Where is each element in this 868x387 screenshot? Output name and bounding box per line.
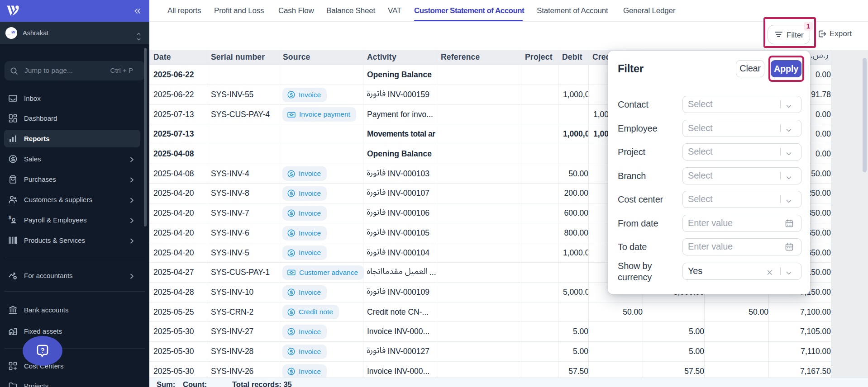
svg-text:$: $ bbox=[9, 216, 11, 220]
svg-text:?: ? bbox=[40, 346, 44, 354]
